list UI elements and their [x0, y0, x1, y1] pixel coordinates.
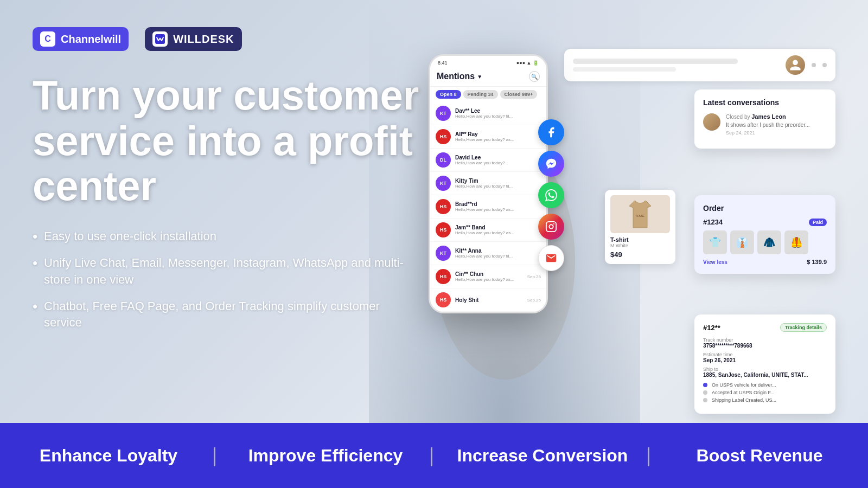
bottom-bar: Enhance Loyalty Improve Efficiency Incre…: [0, 423, 868, 488]
chat-name: Dav** Lee: [455, 108, 541, 114]
chat-info: David Lee Hello,How are you today?: [455, 155, 541, 165]
tracking-step: Accepted at USPS Origin F...: [703, 390, 827, 395]
order-title: Order: [703, 204, 827, 213]
channelwill-icon: C: [40, 31, 55, 47]
order-images: 👕 👔 🧥 🦺: [703, 230, 827, 254]
willdesk-icon: [152, 31, 168, 47]
tracking-step-text: Accepted at USPS Origin F...: [712, 390, 775, 395]
desktop-panel-header: [564, 49, 835, 81]
tracking-step-text: On USPS vehicle for deliver...: [712, 382, 776, 388]
bottom-item-conversion: Increase Conversion: [434, 446, 651, 466]
chat-name: David Lee: [455, 155, 541, 160]
order-img-2: 👔: [730, 230, 754, 254]
order-id: #1234: [703, 218, 723, 226]
chat-preview: Hello,How are you today? as...: [455, 230, 541, 235]
order-total: $ 139.9: [807, 259, 827, 265]
tracking-number-label: Track number: [703, 337, 827, 343]
chat-item[interactable]: KT Kit** Anna Hello,How are you today? f…: [430, 242, 546, 265]
chat-list: KT Dav** Lee Hello,How are you today? fi…: [430, 102, 546, 312]
chat-avatar: HS: [436, 269, 451, 284]
tracking-number-field: Track number 3758*********789668: [703, 337, 827, 349]
chat-time: Sep.25: [527, 298, 541, 303]
chat-info: Kitty Tim Hello,How are you today? fil..…: [455, 178, 541, 189]
phone-header: Mentions ▼ 🔍: [430, 68, 546, 87]
willdesk-logo: WILLDESK: [145, 27, 241, 51]
chat-info: Cin** Chun Hello,How are you today? as..…: [455, 271, 523, 282]
tracking-badge[interactable]: Tracking details: [780, 323, 827, 332]
chat-name: Kitty Tim: [455, 178, 541, 184]
phone-signal: ●●● ▲ 🔋: [516, 60, 539, 66]
phone-mockup: 8:41 ●●● ▲ 🔋 Mentions ▼ 🔍 Open 8 Pending…: [429, 54, 548, 313]
chat-avatar: HS: [436, 222, 451, 237]
chat-item[interactable]: KT Kitty Tim Hello,How are you today? fi…: [430, 172, 546, 195]
channelwill-logo: C Channelwill: [33, 27, 129, 51]
product-name: T-shirt: [610, 236, 670, 243]
chat-preview: Hello,How are you today? fil...: [455, 184, 541, 189]
phone-tab-closed[interactable]: Closed 999+: [500, 90, 538, 99]
chat-name: Kit** Anna: [455, 248, 541, 254]
hero-title: Turn your customer service into a profit…: [33, 73, 439, 209]
gmail-icon[interactable]: [538, 245, 564, 271]
chat-item[interactable]: HS Cin** Chun Hello,How are you today? a…: [430, 265, 546, 288]
svg-rect-11: [546, 222, 556, 232]
conv-preview: It shows after I push the preorder...: [726, 122, 810, 128]
bottom-item-loyalty: Enhance Loyalty: [0, 446, 217, 466]
order-img-1: 👕: [703, 230, 727, 254]
willdesk-text: WILLDESK: [173, 33, 234, 46]
user-avatar: [786, 55, 805, 75]
feature-item: • Unify Live Chat, Email, Messenger, Ins…: [33, 255, 412, 288]
dropdown-icon: ▼: [477, 74, 482, 80]
chat-avatar: DL: [436, 152, 451, 168]
tracking-estimate-value: Sep 26, 2021: [703, 357, 827, 363]
feature-item: • Easy to use one-click installation: [33, 228, 412, 245]
bottom-item-efficiency: Improve Efficiency: [217, 446, 434, 466]
phone-status-bar: 8:41 ●●● ▲ 🔋: [430, 56, 546, 68]
phone-tab-open[interactable]: Open 8: [436, 90, 461, 99]
chat-avatar: KT: [436, 176, 451, 191]
chat-item[interactable]: HS Jam** Band Hello,How are you today? a…: [430, 219, 546, 242]
chat-item[interactable]: HS Brad**rd Hello,How are you today? as.…: [430, 195, 546, 219]
product-sub: M White: [610, 243, 670, 248]
chat-item[interactable]: DL David Lee Hello,How are you today?: [430, 149, 546, 172]
chat-name: All** Ray: [455, 131, 541, 137]
chat-item[interactable]: KT Dav** Lee Hello,How are you today? fi…: [430, 102, 546, 125]
conversation-item: Closed by James Leon It shows after I pu…: [703, 113, 827, 136]
order-img-3: 🧥: [757, 230, 781, 254]
chat-avatar: KT: [436, 106, 451, 121]
whatsapp-icon[interactable]: [538, 182, 564, 208]
conv-avatar: [703, 113, 720, 131]
tracking-panel: #12** Tracking details Track number 3758…: [694, 314, 835, 414]
tracking-dot-inactive: [703, 398, 707, 402]
instagram-icon[interactable]: [538, 214, 564, 240]
conv-closed-label: Closed by James Leon: [726, 113, 810, 120]
chat-time: Sep.25: [527, 274, 541, 279]
product-price: $49: [610, 251, 670, 259]
status-dot: [812, 63, 816, 67]
bullet: •: [33, 255, 37, 272]
chat-item[interactable]: HS Holy Shit Sep.25: [430, 288, 546, 312]
feature-item: • Chatbot, Free FAQ Page, and Order Trac…: [33, 298, 412, 332]
phone-time: 8:41: [438, 60, 448, 66]
chat-info: Holy Shit: [455, 297, 523, 303]
product-card: TRUE. T-shirt M White $49: [605, 190, 675, 264]
view-less-link[interactable]: View less: [703, 259, 727, 265]
chat-preview: Hello,How are you today? as...: [455, 207, 541, 212]
tracking-step: Shipping Label Created, US...: [703, 397, 827, 403]
phone-tab-pending[interactable]: Pending 34: [463, 90, 498, 99]
phone-search-icon[interactable]: 🔍: [529, 71, 540, 82]
chat-preview: Hello,How are you today? fil...: [455, 254, 541, 259]
chat-info: Dav** Lee Hello,How are you today? fil..…: [455, 108, 541, 119]
bottom-item-revenue: Boost Revenue: [651, 446, 868, 466]
social-icons: [538, 119, 564, 271]
tracking-number-value: 3758*********789668: [703, 343, 827, 349]
tracking-dot-active: [703, 383, 707, 387]
tracking-estimate-field: Estimate time Sep 26, 2021: [703, 352, 827, 363]
chat-preview: Hello,How are you today? as...: [455, 137, 541, 142]
feature-text: Easy to use one-click installation: [44, 228, 216, 245]
chat-item[interactable]: HS All** Ray Hello,How are you today? as…: [430, 125, 546, 149]
messenger-icon[interactable]: [538, 151, 564, 177]
conv-info: Closed by James Leon It shows after I pu…: [726, 113, 810, 136]
facebook-icon[interactable]: [538, 119, 564, 145]
chat-info: Brad**rd Hello,How are you today? as...: [455, 201, 541, 212]
status-dot: [822, 63, 827, 67]
